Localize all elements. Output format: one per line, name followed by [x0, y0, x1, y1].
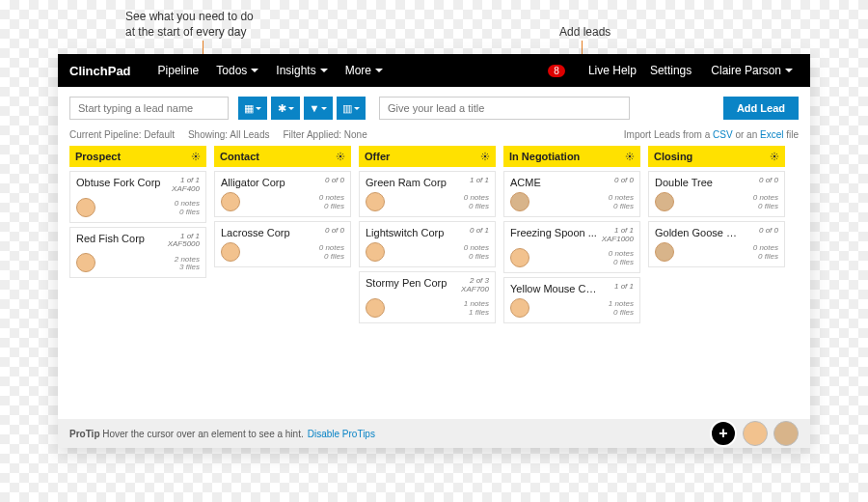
- lead-meta: 0 notes0 files: [319, 244, 344, 262]
- svg-line-7: [193, 158, 194, 159]
- lead-progress: 0 of 0: [759, 177, 778, 185]
- callout-addleads: Add leads: [559, 25, 610, 41]
- brand-logo: ClinchPad: [69, 64, 131, 78]
- lead-card[interactable]: Freezing Spoon ...1 of 1XAF10000 notes0 …: [503, 221, 640, 273]
- assignee-avatar[interactable]: [221, 242, 240, 262]
- nav-pipeline[interactable]: Pipeline: [152, 60, 205, 81]
- column-header[interactable]: Prospect: [69, 146, 206, 167]
- lead-meta: 0 notes0 files: [753, 194, 778, 211]
- gear-icon[interactable]: [191, 152, 201, 161]
- lead-meta: 0 notes0 files: [175, 200, 200, 217]
- columns-button[interactable]: ▥: [337, 97, 366, 120]
- assignee-avatar[interactable]: [366, 298, 385, 318]
- nav-todos[interactable]: Todos: [210, 60, 264, 81]
- column-header[interactable]: In Negotiation: [503, 146, 640, 167]
- search-lead-input[interactable]: [69, 97, 229, 120]
- svg-line-41: [772, 153, 773, 154]
- lead-title-input[interactable]: [379, 97, 630, 120]
- chevron-down-icon: [251, 69, 258, 72]
- view-buttons: ▦ ✱ ▼ ▥: [238, 97, 366, 120]
- assignee-avatar[interactable]: [76, 198, 95, 217]
- columns-icon: ▥: [342, 102, 352, 115]
- lead-card[interactable]: Obtuse Fork Corp1 of 1XAF4000 notes0 fil…: [69, 171, 206, 223]
- view-button[interactable]: ▦: [238, 97, 267, 120]
- column: ClosingDouble Tree0 of 00 notes0 filesGo…: [648, 146, 785, 323]
- assignee-avatar[interactable]: [510, 298, 529, 318]
- chevron-down-icon: [785, 69, 793, 72]
- nav-label: Insights: [276, 64, 315, 77]
- filters-row: Current Pipeline: Default Showing: All L…: [58, 129, 810, 146]
- svg-line-16: [338, 158, 339, 159]
- lead-card[interactable]: Alligator Corp0 of 00 notes0 files: [214, 171, 351, 217]
- chevron-down-icon: [375, 69, 383, 72]
- lead-progress: 1 of 1XAF5000: [168, 233, 200, 250]
- lead-card[interactable]: Double Tree0 of 00 notes0 files: [648, 171, 785, 217]
- assignee-avatar[interactable]: [655, 242, 674, 262]
- lead-card[interactable]: Stormy Pen Corp2 of 3XAF7001 notes1 file…: [359, 271, 496, 323]
- gear-icon[interactable]: [625, 152, 635, 161]
- import-hint: Import Leads from a CSV or an Excel file: [624, 129, 799, 140]
- assignee-avatar[interactable]: [655, 192, 674, 211]
- settings-link[interactable]: Settings: [650, 64, 692, 77]
- live-help-link[interactable]: Live Help: [588, 64, 637, 77]
- chevron-down-icon: [320, 69, 328, 72]
- user-name: Claire Parson: [711, 64, 781, 77]
- lead-card[interactable]: Lightswitch Corp0 of 10 notes0 files: [359, 221, 496, 267]
- svg-line-32: [627, 153, 628, 154]
- add-lead-button[interactable]: Add Lead: [723, 97, 799, 120]
- assignee-avatar[interactable]: [366, 242, 385, 262]
- svg-line-35: [632, 153, 633, 154]
- gear-icon[interactable]: [770, 152, 779, 161]
- column-header[interactable]: Offer: [359, 146, 496, 167]
- lead-name: Golden Goose Corp: [655, 227, 742, 238]
- nav-more[interactable]: More: [339, 60, 389, 81]
- chevron-down-icon: [321, 107, 327, 110]
- right-nav: 8 Live Help Settings Claire Parson: [548, 60, 799, 81]
- user-menu[interactable]: Claire Parson: [705, 60, 799, 81]
- excel-link[interactable]: Excel: [760, 129, 783, 140]
- svg-line-23: [482, 153, 483, 154]
- user-avatar[interactable]: [773, 421, 799, 446]
- assignee-avatar[interactable]: [510, 192, 529, 211]
- lead-card[interactable]: Yellow Mouse Corp1 of 11 notes0 files: [503, 277, 640, 323]
- lead-card[interactable]: ACME0 of 00 notes0 files: [503, 171, 640, 217]
- lead-meta: 0 notes0 files: [609, 250, 634, 267]
- user-avatar[interactable]: [743, 421, 768, 446]
- gear-icon[interactable]: [480, 152, 490, 161]
- notification-badge[interactable]: 8: [548, 65, 565, 77]
- lead-card[interactable]: Green Ram Corp1 of 10 notes0 files: [359, 171, 496, 217]
- topbar: ClinchPad PipelineTodosInsightsMore 8 Li…: [58, 54, 810, 87]
- lead-progress: 1 of 1XAF400: [172, 177, 200, 194]
- svg-point-0: [195, 155, 198, 158]
- filter-button[interactable]: ▼: [304, 97, 333, 120]
- lead-name: Yellow Mouse Corp: [510, 283, 597, 294]
- lead-meta: 1 notes1 files: [464, 300, 489, 318]
- gear-icon[interactable]: [336, 152, 345, 161]
- svg-point-18: [484, 155, 487, 158]
- lead-name: Green Ram Corp: [366, 177, 447, 188]
- add-user-button[interactable]: +: [710, 420, 737, 447]
- settings-button[interactable]: ✱: [271, 97, 300, 120]
- disable-protips-link[interactable]: Disable ProTips: [308, 429, 375, 439]
- svg-line-34: [627, 158, 628, 159]
- lead-name: Red Fish Corp: [76, 233, 145, 244]
- column-header[interactable]: Closing: [648, 146, 785, 167]
- column-title: In Negotiation: [509, 151, 580, 162]
- lead-card[interactable]: Golden Goose Corp0 of 00 notes0 files: [648, 221, 785, 267]
- assignee-avatar[interactable]: [366, 192, 385, 211]
- assignee-avatar[interactable]: [76, 253, 95, 272]
- lead-progress: 1 of 1: [614, 283, 634, 292]
- lead-card[interactable]: Lacrosse Corp0 of 00 notes0 files: [214, 221, 351, 267]
- svg-line-14: [338, 153, 339, 154]
- svg-line-6: [198, 158, 199, 159]
- assignee-avatar[interactable]: [510, 248, 529, 267]
- lead-card[interactable]: Red Fish Corp1 of 1XAF50002 notes3 files: [69, 227, 206, 279]
- lead-name: Alligator Corp: [221, 177, 285, 188]
- current-pipeline: Current Pipeline: Default: [69, 129, 175, 140]
- nav-insights[interactable]: Insights: [270, 60, 333, 81]
- protip-text: Hover the cursor over an element to see …: [102, 429, 303, 439]
- lead-meta: 0 notes0 files: [464, 244, 489, 262]
- column-header[interactable]: Contact: [214, 146, 351, 167]
- csv-link[interactable]: CSV: [713, 129, 733, 140]
- assignee-avatar[interactable]: [221, 192, 240, 211]
